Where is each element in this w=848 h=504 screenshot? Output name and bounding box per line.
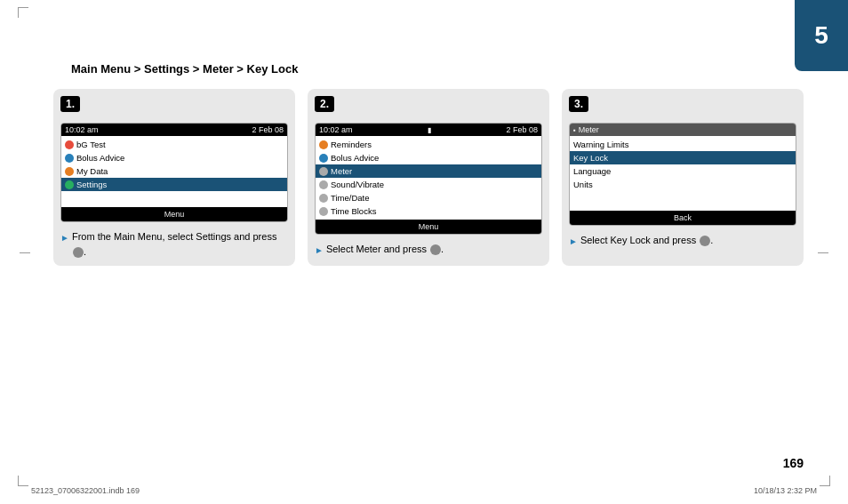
step-1-item-3: Settings [61,178,287,191]
my-data-label: My Data [76,166,108,176]
time-blocks-icon [319,207,328,216]
step-2-item-5: Time Blocks [316,204,541,218]
page-number: 169 [783,456,804,470]
step-2-item-3: Sound/Vibrate [316,178,541,191]
time-date-label: Time/Date [331,193,369,203]
step-1-item-0: bG Test [61,138,287,151]
step-1-instruction: ► From the Main Menu, select Settings an… [60,229,288,259]
step-3-item-0: Warning Limits [570,138,796,151]
bolus-advice-2-icon [319,154,328,163]
step-1-screen: 10:02 am 2 Feb 08 bG Test Bolus Advice M… [60,123,288,222]
bg-test-icon [65,140,74,149]
chapter-tab: 5 [795,0,848,71]
corner-br [820,476,830,486]
corner-bl [18,476,28,486]
step-3-footer: Back [570,211,796,225]
step-1-panel: 1. 10:02 am 2 Feb 08 bG Test Bolus Advic… [53,89,295,266]
bolus-advice-icon [65,154,74,163]
step-3-item-3: Units [570,178,796,191]
content-area: 1. 10:02 am 2 Feb 08 bG Test Bolus Advic… [53,89,804,266]
bg-test-label: bG Test [76,140,106,149]
meter-label: Meter [331,166,352,176]
chapter-number: 5 [814,21,828,50]
step-2-arrow: ► [315,244,324,257]
step-2-item-1: Bolus Advice [316,151,541,164]
step-2-button-icon [430,244,441,255]
step-3-item-2: Language [570,164,796,178]
step-3-arrow: ► [569,235,578,248]
step-1-time: 10:02 am [65,125,99,134]
time-date-icon [319,194,328,203]
time-blocks-label: Time Blocks [331,206,376,216]
bolus-advice-2-label: Bolus Advice [331,153,379,163]
side-dash-right [818,252,828,253]
step-3-body: Warning Limits Key Lock Language Units [570,136,796,211]
my-data-icon [65,167,74,176]
step-1-number: 1. [60,96,80,112]
footer: 52123_07006322001.indb 169 10/18/13 2:32… [31,486,817,495]
step-3-screen: ▪ Meter Warning Limits Key Lock Language… [569,123,796,226]
breadcrumb: Main Menu > Settings > Meter > Key Lock [71,62,298,76]
step-1-body: bG Test Bolus Advice My Data Settings [61,136,287,193]
step-2-instruction: ► Select Meter and press . [315,242,542,257]
reminders-icon [319,140,328,149]
step-2-wifi: ▮ [428,126,431,134]
step-2-time: 10:02 am [319,125,353,134]
step-1-arrow: ► [60,231,69,244]
step-1-button-icon [73,247,84,258]
step-3-subtitle-text: Meter [579,125,599,134]
bolus-advice-label: Bolus Advice [76,153,124,163]
step-3-item-1: Key Lock [570,151,796,164]
settings-icon [65,180,74,189]
step-2-item-2: Meter [316,164,541,178]
side-dash-left [20,252,30,253]
step-2-item-4: Time/Date [316,191,541,204]
step-2-header: 10:02 am ▮ 2 Feb 08 [316,124,541,136]
step-2-date: 2 Feb 08 [506,125,538,134]
step-1-footer: Menu [61,207,287,221]
reminders-label: Reminders [331,140,372,149]
step-3-subtitle: ▪ Meter [570,124,796,136]
step-3-instruction: ► Select Key Lock and press . [569,233,796,248]
step-3-number: 3. [569,96,588,112]
step-2-item-0: Reminders [316,138,541,151]
footer-left: 52123_07006322001.indb 169 [31,486,140,495]
step-2-panel: 2. 10:02 am ▮ 2 Feb 08 Reminders Bolus A… [308,89,549,266]
step-1-header: 10:02 am 2 Feb 08 [61,124,287,136]
step-3-button-icon [700,236,710,246]
step-2-number: 2. [315,96,334,112]
sound-vibrate-icon [319,180,328,189]
footer-right: 10/18/13 2:32 PM [754,486,817,495]
sound-vibrate-label: Sound/Vibrate [331,180,384,189]
step-1-item-1: Bolus Advice [61,151,287,164]
step-2-screen: 10:02 am ▮ 2 Feb 08 Reminders Bolus Advi… [315,123,542,235]
settings-label: Settings [76,180,107,189]
meter-icon [319,167,328,176]
corner-tl [18,7,28,18]
step-3-panel: 3. ▪ Meter Warning Limits Key Lock Langu… [562,89,804,266]
step-2-body: Reminders Bolus Advice Meter Sound/Vibra… [316,136,541,220]
step-1-date: 2 Feb 08 [252,125,284,134]
step-2-footer: Menu [316,220,541,234]
step-1-item-2: My Data [61,164,287,178]
